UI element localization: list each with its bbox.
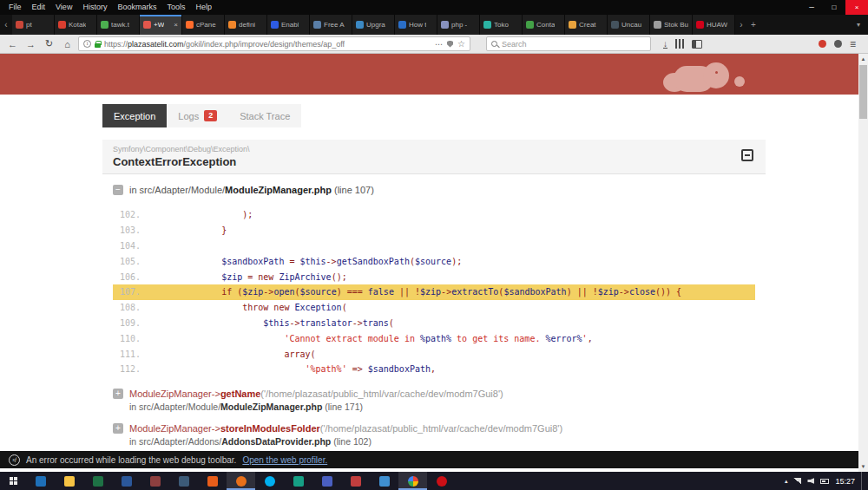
menu-item-help[interactable]: Help xyxy=(190,0,217,15)
close-button[interactable]: × xyxy=(845,0,868,15)
tab-favicon xyxy=(186,21,194,29)
expand-toggle-icon[interactable]: + xyxy=(113,389,123,399)
menu-item-file[interactable]: File xyxy=(3,0,27,15)
network-icon[interactable] xyxy=(793,478,801,484)
account-icon[interactable] xyxy=(834,40,842,48)
browser-tab[interactable]: Conta xyxy=(523,15,565,35)
download-icon[interactable]: ↓ xyxy=(663,40,667,49)
battery-icon[interactable] xyxy=(820,479,829,484)
browser-tab[interactable]: defini xyxy=(225,15,267,35)
code-line[interactable]: 103. } xyxy=(113,223,755,238)
browser-tab[interactable]: How t xyxy=(395,15,437,35)
search-input[interactable]: Search xyxy=(486,36,651,51)
browser-tab[interactable]: Uncau xyxy=(608,15,650,35)
code-line[interactable]: 104. xyxy=(113,238,755,254)
browser-tab[interactable]: HUAW xyxy=(693,15,735,35)
panel-collapse-icon[interactable] xyxy=(741,149,753,161)
open-profiler-link[interactable]: Open the web profiler. xyxy=(242,455,327,465)
menu-item-view[interactable]: View xyxy=(50,0,77,15)
code-line[interactable]: 110. 'Cannot extract module in %path% to… xyxy=(113,330,755,346)
collapse-toggle-icon[interactable]: − xyxy=(113,185,123,195)
taskbar-app-teal[interactable] xyxy=(284,472,312,490)
taskbar-app-lightblue[interactable] xyxy=(370,472,398,490)
tab-scroll-left-icon[interactable]: ‹ xyxy=(0,15,12,35)
browser-tab[interactable]: Stok Butik xyxy=(650,15,693,35)
menu-item-history[interactable]: History xyxy=(77,0,112,15)
minimize-button[interactable]: ─ xyxy=(800,0,823,15)
new-tab-button[interactable]: + xyxy=(747,15,760,35)
expand-toggle-icon[interactable]: + xyxy=(113,423,123,434)
shield-icon[interactable] xyxy=(447,41,453,48)
menu-item-edit[interactable]: Edit xyxy=(27,0,51,15)
taskbar-file-explorer[interactable] xyxy=(55,472,83,490)
taskbar-chrome[interactable] xyxy=(398,472,427,490)
code-line[interactable]: 107. if ($zip->open($source) === false |… xyxy=(113,284,755,300)
browser-tab[interactable]: Kotak xyxy=(55,15,97,35)
show-desktop-button[interactable] xyxy=(861,472,865,490)
code-line[interactable]: 106. $zip = new ZipArchive(); xyxy=(113,269,755,284)
page-actions-icon[interactable]: ⋯ xyxy=(435,40,443,49)
url-bar[interactable]: i https://plazasatelit.com/gokil/index.p… xyxy=(78,36,470,51)
sidebar-icon[interactable] xyxy=(692,40,702,49)
reload-button[interactable]: ↻ xyxy=(42,38,56,49)
start-button[interactable] xyxy=(0,472,26,490)
tray-chevron-icon[interactable]: ▴ xyxy=(785,478,788,485)
code-line[interactable]: 112. '%path%' => $sandboxPath, xyxy=(113,362,755,377)
tab-stack-trace[interactable]: Stack Trace xyxy=(228,104,301,127)
browser-tab[interactable]: +W× xyxy=(140,15,182,35)
all-tabs-chevron-icon[interactable]: ▾ xyxy=(852,15,865,35)
home-button[interactable]: ⌂ xyxy=(60,39,75,49)
code-token: %path% xyxy=(420,334,451,343)
browser-tab[interactable]: Free A xyxy=(310,15,352,35)
taskbar-app-red[interactable] xyxy=(341,472,370,490)
extension-icon[interactable] xyxy=(819,40,826,48)
taskbar-app-orange[interactable] xyxy=(198,472,227,490)
scroll-up-icon[interactable]: ▲ xyxy=(858,54,868,64)
bookmark-star-icon[interactable]: ☆ xyxy=(457,39,465,49)
clock[interactable]: 15:27 xyxy=(835,477,855,486)
browser-tab[interactable]: Creat xyxy=(565,15,608,35)
trace-method[interactable]: storeInModulesFolder xyxy=(220,423,320,434)
volume-icon[interactable] xyxy=(807,478,814,484)
page-scrollbar[interactable]: ▲ ▼ xyxy=(858,54,868,472)
taskbar-excel[interactable] xyxy=(83,472,112,490)
taskbar-app-blue[interactable] xyxy=(26,472,55,490)
code-line[interactable]: 105. $sandboxPath = $this->getSandboxPat… xyxy=(113,253,755,269)
browser-tab[interactable]: Enabl xyxy=(267,15,310,35)
taskbar-firefox[interactable] xyxy=(227,472,255,490)
code-line[interactable]: 111. array( xyxy=(113,346,755,362)
menu-icon[interactable]: ≡ xyxy=(850,38,856,50)
tab-title: +W xyxy=(154,21,164,29)
code-token: ); xyxy=(180,210,253,219)
taskbar-skype[interactable] xyxy=(255,472,284,490)
code-line[interactable]: 108. throw new Exception( xyxy=(113,300,755,316)
browser-tab[interactable]: cPane xyxy=(182,15,225,35)
taskbar-app-maroon[interactable] xyxy=(141,472,169,490)
trace-method[interactable]: getName xyxy=(220,389,260,399)
menu-item-bookmarks[interactable]: Bookmarks xyxy=(112,0,161,15)
code-line[interactable]: 102. ); xyxy=(113,207,755,223)
scroll-down-icon[interactable]: ▼ xyxy=(858,461,868,472)
tab-exception[interactable]: Exception xyxy=(102,104,167,127)
menu-item-tools[interactable]: Tools xyxy=(161,0,190,15)
tab-scroll-right-icon[interactable]: › xyxy=(735,15,747,35)
code-token: $sandboxPath xyxy=(503,287,566,297)
library-icon[interactable] xyxy=(675,39,684,49)
taskbar-opera[interactable] xyxy=(427,472,456,490)
taskbar-word[interactable] xyxy=(112,472,141,490)
tab-close-icon[interactable]: × xyxy=(174,21,178,29)
code-line[interactable]: 109. $this->translator->trans( xyxy=(113,316,755,331)
tab-logs[interactable]: Logs2 xyxy=(167,104,228,127)
browser-tab[interactable]: tawk.t xyxy=(97,15,140,35)
back-button[interactable]: ← xyxy=(5,39,20,49)
browser-tab[interactable]: pt xyxy=(12,15,55,35)
browser-tab[interactable]: php - xyxy=(437,15,480,35)
info-icon[interactable]: i xyxy=(83,40,91,48)
forward-button[interactable]: → xyxy=(23,39,38,49)
scrollbar-thumb[interactable] xyxy=(859,65,867,119)
maximize-button[interactable]: □ xyxy=(823,0,845,15)
browser-tab[interactable]: Upgra xyxy=(352,15,395,35)
taskbar-app-steel[interactable] xyxy=(169,472,198,490)
taskbar-app-indigo[interactable] xyxy=(312,472,341,490)
browser-tab[interactable]: Toko xyxy=(480,15,523,35)
